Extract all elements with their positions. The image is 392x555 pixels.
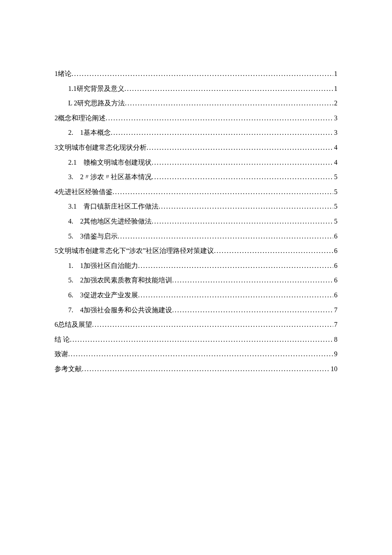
toc-leader-dots: [172, 305, 333, 316]
toc-entry: 4. 2其他地区先进经验做法 5: [55, 216, 337, 227]
toc-entry: 6总结及展望 7: [55, 319, 337, 330]
toc-page-number: 7: [333, 319, 337, 330]
toc-entry: 6. 3促进农业产业发展 6: [55, 290, 337, 301]
toc-leader-dots: [138, 290, 333, 301]
toc-leader-dots: [118, 231, 333, 242]
toc-page-number: 2: [333, 98, 337, 109]
toc-label: 2. 1基本概念: [68, 127, 111, 138]
toc-entry: 3.1 青口镇新庄社区工作做法 5: [55, 201, 337, 212]
toc-leader-dots: [72, 68, 333, 79]
toc-page-number: 5: [333, 171, 337, 183]
toc-label: 3.1 青口镇新庄社区工作做法: [68, 201, 159, 212]
toc-label: 4先进社区经验借鉴: [55, 186, 112, 198]
toc-label: 5. 3借鉴与启示: [68, 231, 118, 242]
toc-entry: 致谢 9: [55, 349, 337, 360]
toc-label: 1. 1加强社区自治能力: [68, 260, 138, 271]
toc-leader-dots: [152, 171, 333, 183]
toc-entry: 7. 4加强社会服务和公共设施建设 7: [55, 305, 337, 316]
toc-label: 6. 3促进农业产业发展: [68, 290, 138, 301]
toc-page-number: 1: [333, 68, 337, 79]
toc-page-number: 10: [330, 363, 337, 375]
toc-leader-dots: [138, 260, 333, 271]
toc-label: 1绪论: [55, 68, 72, 79]
toc-entry: 2. 1基本概念 3: [55, 127, 337, 138]
toc-entry: 参考文献 10: [55, 363, 337, 375]
toc-page-number: 6: [333, 231, 337, 242]
toc-leader-dots: [124, 83, 333, 94]
toc-label: 5文明城市创建常态化下“涉农”社区治理路径对策建议: [55, 245, 214, 256]
toc-label: 3. 2〃涉农〃社区基本情况: [68, 171, 152, 183]
toc-page-number: 5: [333, 201, 337, 212]
toc-leader-dots: [82, 363, 330, 375]
toc-leader-dots: [159, 201, 333, 212]
toc-label: 1.1研究背景及意义: [68, 83, 124, 94]
toc-page-number: 5: [333, 186, 337, 198]
toc-label: 3文明城市创建常态化现状分析: [55, 142, 147, 153]
toc-page-number: 4: [333, 157, 337, 168]
toc-entry: 2概念和理论阐述 3: [55, 113, 337, 124]
toc-leader-dots: [112, 186, 333, 198]
toc-entry: 3文明城市创建常态化现状分析 4: [55, 142, 337, 153]
toc-page-number: 7: [333, 305, 337, 316]
toc-page-number: 3: [333, 127, 337, 138]
toc-entry: 2.1 赣榆文明城市创建现状 4: [55, 157, 337, 168]
toc-entry: 5文明城市创建常态化下“涉农”社区治理路径对策建议 6: [55, 245, 337, 256]
toc-leader-dots: [172, 275, 333, 286]
toc-entry: L 2研究思路及方法 2: [55, 98, 337, 109]
toc-label: 6总结及展望: [55, 319, 92, 330]
toc-page-number: 4: [333, 142, 337, 153]
toc-entry: 1.1研究背景及意义 1: [55, 83, 337, 94]
toc-page-number: 8: [333, 334, 337, 345]
toc-leader-dots: [106, 113, 333, 124]
toc-label: 2.1 赣榆文明城市创建现状: [68, 157, 152, 168]
toc-leader-dots: [214, 245, 333, 256]
document-page: 1绪论 1 1.1研究背景及意义 1 L 2研究思路及方法 2 2概念和理论阐述…: [0, 0, 392, 555]
toc-page-number: 1: [333, 83, 337, 94]
toc-leader-dots: [92, 319, 333, 330]
toc-label: 参考文献: [55, 363, 82, 375]
toc-label: 2概念和理论阐述: [55, 113, 106, 124]
toc-leader-dots: [152, 216, 333, 227]
toc-entry: 3. 2〃涉农〃社区基本情况 5: [55, 171, 337, 183]
toc-entry: 结 论 8: [55, 334, 337, 345]
toc-leader-dots: [152, 157, 333, 168]
toc-label: 5. 2加强农民素质教育和技能培训: [68, 275, 172, 286]
toc-leader-dots: [111, 127, 333, 138]
toc-leader-dots: [70, 334, 333, 345]
toc-entry: 1. 1加强社区自治能力 6: [55, 260, 337, 271]
toc-page-number: 3: [333, 113, 337, 124]
toc-label: 7. 4加强社会服务和公共设施建设: [68, 305, 172, 316]
toc-label: 4. 2其他地区先进经验做法: [68, 216, 152, 227]
toc-entry: 4先进社区经验借鉴 5: [55, 186, 337, 198]
toc-page-number: 5: [333, 216, 337, 227]
toc-label: 致谢: [55, 349, 68, 360]
toc-page-number: 9: [333, 349, 337, 360]
toc-page-number: 6: [333, 290, 337, 301]
toc-page-number: 6: [333, 245, 337, 256]
toc-label: L 2研究思路及方法: [68, 98, 125, 109]
toc-leader-dots: [125, 98, 333, 109]
toc-page-number: 6: [333, 260, 337, 271]
toc-leader-dots: [68, 349, 333, 360]
toc-label: 结 论: [55, 334, 70, 345]
toc-entry: 5. 3借鉴与启示 6: [55, 231, 337, 242]
toc-entry: 1绪论 1: [55, 68, 337, 79]
toc-leader-dots: [147, 142, 333, 153]
table-of-contents: 1绪论 1 1.1研究背景及意义 1 L 2研究思路及方法 2 2概念和理论阐述…: [55, 68, 337, 374]
toc-entry: 5. 2加强农民素质教育和技能培训 6: [55, 275, 337, 286]
toc-page-number: 6: [333, 275, 337, 286]
